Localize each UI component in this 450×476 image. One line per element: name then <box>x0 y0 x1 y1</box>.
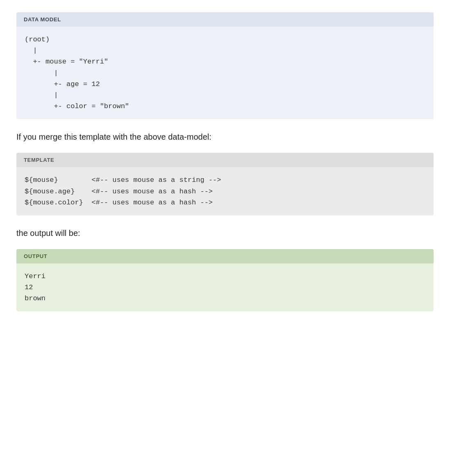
output-body: Yerri 12 brown <box>16 263 434 312</box>
data-model-body: (root) | +- mouse = "Yerri" | +- age = 1… <box>16 27 434 119</box>
output-block: OUTPUT Yerri 12 brown <box>16 249 434 312</box>
output-header: OUTPUT <box>16 249 434 263</box>
prose-text-1: If you merge this template with the abov… <box>16 131 434 143</box>
template-body: ${mouse} <#-- uses mouse as a string -->… <box>16 167 434 215</box>
prose-text-2: the output will be: <box>16 227 434 239</box>
data-model-header: DATA MODEL <box>16 12 434 27</box>
template-block: TEMPLATE ${mouse} <#-- uses mouse as a s… <box>16 153 434 215</box>
data-model-block: DATA MODEL (root) | +- mouse = "Yerri" |… <box>16 12 434 119</box>
template-header: TEMPLATE <box>16 153 434 167</box>
